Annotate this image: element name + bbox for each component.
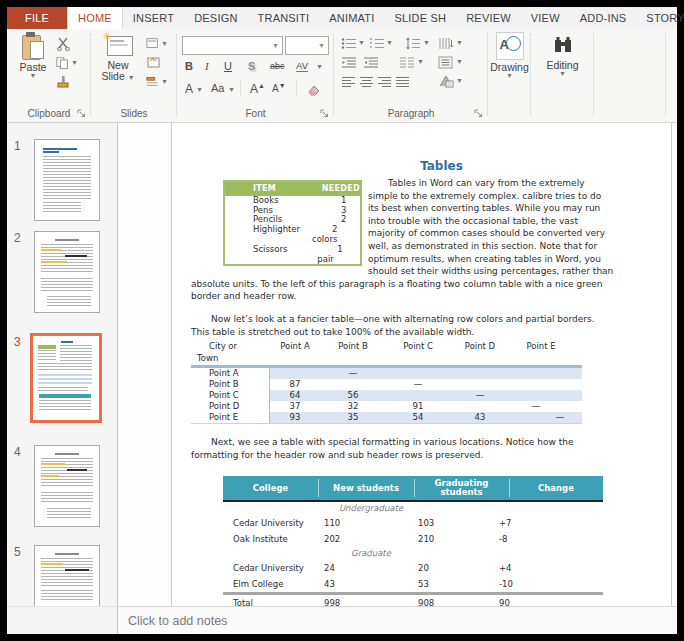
drawing-icon: A	[496, 32, 524, 60]
table-row: Books1	[225, 196, 360, 206]
table-row: Point E 93 35 54 43 —	[191, 412, 582, 423]
sparkle-icon: ✳	[102, 30, 111, 43]
slide-thumbnail-panel: 1 2 3 4	[7, 123, 118, 633]
align-text-arrow[interactable]: ▼	[456, 59, 463, 65]
slide-thumbnail-3-selected[interactable]	[30, 333, 102, 423]
font-color-button[interactable]: A	[185, 82, 193, 96]
section-button[interactable]: ▼	[146, 73, 168, 90]
slide-body-text[interactable]: ITEMNEEDED Books1 Pens3 Pencils2 Highlig…	[191, 177, 614, 629]
tab-view[interactable]: VIEW	[521, 7, 570, 29]
character-spacing-arrow[interactable]: ▼	[316, 64, 323, 70]
numbering-button[interactable]	[369, 37, 385, 50]
paragraph-3[interactable]: Next, we see a table with special format…	[191, 436, 614, 461]
subheader-graduate: Graduate	[311, 547, 431, 560]
clear-formatting-button[interactable]	[305, 84, 321, 96]
tab-design[interactable]: DESIGN	[184, 7, 247, 29]
clipboard-dialog-launcher[interactable]	[77, 109, 86, 118]
copy-button[interactable]: ▼	[56, 54, 78, 71]
supplies-table[interactable]: ITEMNEEDED Books1 Pens3 Pencils2 Highlig…	[223, 180, 362, 266]
grow-font-button[interactable]: A▲	[250, 82, 265, 96]
tab-home[interactable]: HOME	[67, 7, 123, 29]
slide-thumbnail-1[interactable]	[34, 139, 100, 221]
slide-thumbnail-4[interactable]	[34, 445, 100, 527]
bold-button[interactable]: B	[185, 60, 193, 72]
align-text-button[interactable]	[438, 56, 454, 69]
tab-animations[interactable]: ANIMATI	[319, 7, 384, 29]
binoculars-icon	[550, 32, 576, 58]
table-row: Scissors1 pair	[225, 245, 360, 265]
slide-canvas[interactable]: Tables ITEMNEEDED Books1 Pens3 Pencils2 …	[171, 123, 672, 606]
change-case-button[interactable]: Aa	[211, 82, 224, 94]
paragraph-2[interactable]: Now let’s look at a fancier table—one wi…	[191, 313, 614, 338]
increase-indent-button[interactable]	[363, 56, 379, 69]
new-slide-label-2: Slide	[101, 70, 124, 82]
columns-arrow[interactable]: ▼	[417, 59, 424, 65]
font-size-combobox[interactable]: ▼	[285, 36, 329, 55]
line-spacing-arrow[interactable]: ▼	[423, 40, 430, 46]
columns-button[interactable]	[399, 56, 415, 69]
tab-file[interactable]: FILE	[7, 7, 67, 29]
tab-addins[interactable]: ADD-INS	[570, 7, 637, 29]
ribbon-tab-bar: FILE HOME INSERT DESIGN TRANSITI ANIMATI…	[7, 7, 677, 30]
numbering-arrow[interactable]: ▼	[386, 40, 393, 46]
character-spacing-button[interactable]: AV	[296, 60, 308, 72]
slide-layout-button[interactable]: ▼	[146, 35, 168, 52]
group-editing: Editing ▼	[532, 29, 593, 122]
align-center-button[interactable]	[359, 76, 374, 88]
align-left-button[interactable]	[341, 76, 356, 88]
drawing-button[interactable]: A Drawing ▼	[489, 32, 530, 79]
tab-insert[interactable]: INSERT	[123, 7, 184, 29]
italic-button[interactable]: I	[205, 60, 209, 72]
new-slide-icon: ✳	[103, 32, 133, 58]
paste-clipboard-icon	[21, 32, 45, 60]
tab-slideshow[interactable]: SLIDE SH	[384, 7, 456, 29]
convert-smartart-button[interactable]	[438, 74, 454, 88]
decrease-indent-button[interactable]	[341, 56, 357, 69]
college-table-header: College New students Graduating students…	[223, 476, 603, 502]
line-spacing-button[interactable]	[405, 37, 421, 50]
ribbon: Paste ▼ ▼ Clipboard	[7, 29, 677, 123]
paste-dropdown-arrow[interactable]: ▼	[30, 73, 37, 79]
reset-slide-button[interactable]	[146, 54, 168, 71]
table-row: Oak Institute 202 210 -8	[223, 531, 603, 547]
cut-button[interactable]	[56, 35, 78, 52]
text-shadow-button[interactable]: S	[248, 60, 255, 72]
shrink-font-button[interactable]: A▼	[272, 82, 286, 94]
paste-button[interactable]: Paste ▼	[14, 32, 52, 79]
notes-placeholder: Click to add notes	[128, 614, 227, 628]
font-name-combobox[interactable]: ▼	[182, 36, 283, 55]
strikethrough-button[interactable]: abc	[270, 61, 285, 71]
bullets-button[interactable]	[341, 37, 357, 50]
paragraph-1[interactable]: ITEMNEEDED Books1 Pens3 Pencils2 Highlig…	[191, 177, 614, 303]
thumbnail-number: 5	[14, 545, 21, 559]
underline-button[interactable]: U	[224, 60, 232, 72]
thumbnail-panel-footer	[7, 606, 118, 634]
bullets-arrow[interactable]: ▼	[358, 40, 365, 46]
justify-button[interactable]	[395, 76, 410, 88]
slide-title[interactable]: Tables	[230, 159, 653, 173]
new-slide-button[interactable]: ✳ New Slide ▼	[96, 32, 140, 82]
table-row: Pens3	[225, 206, 360, 216]
group-clipboard: Paste ▼ ▼ Clipboard	[8, 29, 90, 122]
distance-table-header: City or Town Point A Point B Point C Poi…	[191, 340, 582, 365]
table-row: Cedar University 24 20 +4	[223, 560, 603, 576]
font-color-arrow[interactable]: ▼	[196, 87, 203, 93]
editing-button[interactable]: Editing ▼	[542, 32, 583, 77]
thumbnail-number: 1	[14, 139, 21, 153]
text-direction-arrow[interactable]: ▼	[456, 40, 463, 46]
tab-review[interactable]: REVIEW	[456, 7, 521, 29]
tab-storyboarding[interactable]: STORYBO	[636, 7, 684, 29]
paragraph-group-label: Paragraph	[335, 108, 487, 119]
format-painter-button[interactable]	[56, 73, 78, 90]
font-dialog-launcher[interactable]	[320, 109, 329, 118]
change-case-arrow[interactable]: ▼	[228, 87, 235, 93]
slide-thumbnail-2[interactable]	[34, 231, 100, 313]
tab-transitions[interactable]: TRANSITI	[248, 7, 320, 29]
convert-smartart-arrow[interactable]: ▼	[456, 78, 463, 84]
align-right-button[interactable]	[377, 76, 392, 88]
distance-table[interactable]: City or Town Point A Point B Point C Poi…	[191, 340, 582, 424]
text-direction-button[interactable]	[438, 37, 454, 50]
paragraph-dialog-launcher[interactable]	[474, 109, 483, 118]
notes-pane[interactable]: Click to add notes	[118, 606, 677, 634]
college-table[interactable]: College New students Graduating students…	[223, 476, 603, 613]
